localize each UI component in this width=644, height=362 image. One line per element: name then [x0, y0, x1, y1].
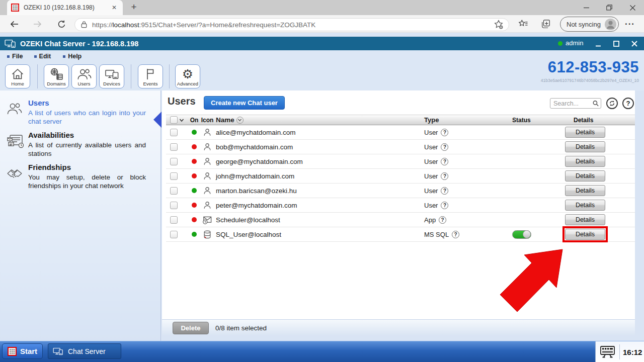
page-title: Users — [168, 96, 196, 107]
toolbar-divider — [37, 64, 38, 88]
search-icon — [593, 100, 599, 107]
address-bar[interactable]: https://localhost:9515/Chat+Server/?a=Ho… — [74, 18, 509, 31]
gear-icon: ⚙ — [182, 67, 193, 80]
search-input[interactable] — [553, 100, 593, 107]
browser-menu-icon[interactable]: ··· — [624, 18, 636, 30]
details-button[interactable]: Details — [565, 156, 605, 167]
license-panel: 612-853-935 41b3e5ae610791746b74058bc2b2… — [438, 58, 639, 83]
bullet-icon — [63, 55, 65, 58]
add-favorite-icon[interactable] — [494, 20, 504, 30]
admin-label[interactable]: admin — [566, 39, 583, 47]
type-help-icon[interactable]: ? — [452, 231, 459, 238]
browser-minimize-button[interactable] — [575, 0, 598, 15]
details-button[interactable]: Details — [565, 229, 605, 240]
toolbar-home-button[interactable]: Home — [5, 64, 30, 88]
tab-close-icon[interactable]: ✕ — [110, 4, 119, 11]
presence-dot — [192, 130, 197, 135]
toolbar-events-button[interactable]: Events — [138, 64, 163, 88]
user-icon — [203, 186, 212, 195]
details-button[interactable]: Details — [565, 170, 605, 182]
toggle-knob — [523, 230, 531, 238]
delete-button[interactable]: Delete — [173, 322, 209, 334]
type-help-icon[interactable]: ? — [441, 158, 448, 165]
table-row: peter@mychatdomain.com User? Details — [166, 198, 635, 213]
status-toggle[interactable] — [512, 230, 531, 239]
select-all-checkbox[interactable] — [170, 116, 178, 124]
type-help-icon[interactable]: ? — [441, 143, 448, 151]
app-close-button[interactable] — [626, 37, 643, 50]
favorites-icon[interactable] — [517, 18, 529, 30]
users-icon — [76, 67, 92, 81]
help-button[interactable]: ? — [622, 98, 634, 109]
taskbar-chat-server-button[interactable]: Chat Server — [48, 343, 121, 359]
details-button[interactable]: Details — [565, 127, 605, 138]
row-checkbox[interactable] — [170, 202, 178, 209]
details-button[interactable]: Details — [565, 185, 605, 196]
row-checkbox[interactable] — [170, 172, 178, 180]
user-type: User — [424, 129, 438, 136]
toolbar-advanced-button[interactable]: ⚙ Advanced — [175, 64, 200, 88]
menu-edit[interactable]: Edit — [34, 53, 51, 60]
browser-close-button[interactable] — [621, 0, 644, 15]
refresh-button[interactable] — [606, 98, 618, 109]
row-checkbox[interactable] — [170, 158, 178, 165]
app-minimize-button[interactable] — [590, 37, 607, 50]
create-chat-user-button[interactable]: Create new Chat user — [204, 96, 285, 110]
row-checkbox[interactable] — [170, 143, 178, 151]
collections-icon[interactable] — [540, 18, 552, 30]
browser-tab[interactable]: OZEKI 10 (192.168.8.198) ✕ — [7, 0, 123, 15]
new-tab-button[interactable]: + — [128, 2, 140, 13]
user-icon — [203, 171, 212, 180]
menu-help[interactable]: Help — [63, 53, 82, 60]
user-name: alice@mychatdomain.com — [214, 129, 424, 136]
toolbar-domains-button[interactable]: Domains — [44, 64, 69, 88]
scheduler-icon — [202, 215, 212, 225]
sidebar-item-friendships[interactable]: Friendships You may setup, delete or blo… — [0, 163, 161, 202]
browser-restore-button[interactable] — [598, 0, 621, 15]
clock: 16:12 — [623, 348, 642, 356]
chat-server-icon — [53, 347, 64, 356]
home-icon — [11, 67, 25, 81]
type-help-icon[interactable]: ? — [441, 172, 448, 180]
keyboard-icon[interactable] — [600, 345, 616, 359]
refresh-icon — [608, 100, 616, 107]
details-button[interactable]: Details — [565, 214, 605, 225]
presence-dot — [192, 144, 197, 149]
lock-icon — [80, 20, 88, 29]
col-icon: Icon — [200, 117, 214, 124]
table-row: marton.baricsan@ozeki.hu User? Details — [166, 184, 635, 198]
app-maximize-button[interactable] — [608, 37, 625, 50]
start-label: Start — [20, 347, 37, 355]
back-icon[interactable] — [8, 18, 20, 30]
presence-dot — [192, 188, 197, 193]
ozeki-grid-icon — [8, 347, 17, 356]
profile-button[interactable]: Not syncing — [560, 17, 619, 32]
search-box[interactable] — [550, 98, 601, 109]
type-help-icon[interactable]: ? — [441, 187, 448, 195]
forward-icon[interactable] — [31, 18, 43, 30]
toolbar-divider — [169, 64, 170, 88]
reload-icon[interactable] — [55, 18, 67, 30]
tab-title: OZEKI 10 (192.168.8.198) — [24, 4, 110, 11]
type-help-icon[interactable]: ? — [441, 202, 448, 209]
details-button[interactable]: Details — [565, 200, 605, 211]
details-button[interactable]: Details — [565, 141, 605, 152]
start-button[interactable]: Start — [2, 343, 43, 359]
type-help-icon[interactable]: ? — [439, 216, 446, 224]
sort-icon[interactable] — [236, 117, 244, 124]
table-row: Scheduler@localhost App? Details — [166, 213, 635, 227]
sync-status-label: Not syncing — [567, 21, 601, 28]
toolbar-users-button[interactable]: Users — [71, 64, 97, 88]
col-name[interactable]: Name — [214, 116, 424, 124]
row-checkbox[interactable] — [170, 231, 178, 238]
type-help-icon[interactable]: ? — [441, 129, 448, 136]
menu-file[interactable]: File — [7, 53, 23, 60]
toolbar-devices-button[interactable]: Devices — [99, 64, 124, 88]
presence-dot — [192, 232, 197, 237]
row-checkbox[interactable] — [170, 129, 178, 136]
row-checkbox[interactable] — [170, 216, 178, 224]
presence-dot — [192, 203, 197, 208]
user-name: george@mychatdomain.com — [214, 158, 424, 165]
chevron-down-icon[interactable] — [179, 118, 184, 122]
row-checkbox[interactable] — [170, 187, 178, 195]
